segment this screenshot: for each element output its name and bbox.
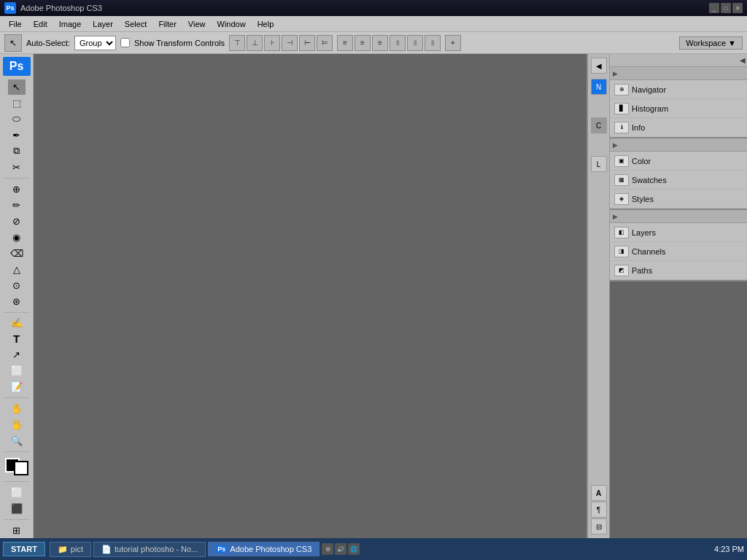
shape-tool[interactable]: ⬜ xyxy=(8,363,26,378)
auto-align-btn[interactable]: ⌖ xyxy=(445,35,461,51)
info-icon: ℹ xyxy=(614,122,629,133)
navigator-icon-btn[interactable]: N xyxy=(591,79,607,95)
menu-view[interactable]: View xyxy=(182,18,212,30)
taskbar: START 📁 pict 📄 tutorial photosho - No...… xyxy=(0,538,747,560)
panel-icon-col: ◀ N C L A ¶ ⊟ xyxy=(588,54,610,538)
tutorial-icon: 📄 xyxy=(101,545,112,554)
workspace-button[interactable]: Workspace ▼ xyxy=(679,36,743,50)
layers-icon: ◧ xyxy=(614,227,629,238)
healing-tool[interactable]: ⊕ xyxy=(8,182,26,197)
swatches-row[interactable]: ▦ Swatches xyxy=(610,171,747,190)
layers-row[interactable]: ◧ Layers xyxy=(610,223,747,242)
channels-row[interactable]: ◨ Channels xyxy=(610,242,747,261)
layers-icon-btn[interactable]: L xyxy=(591,156,607,172)
taskbar-tutorial[interactable]: 📄 tutorial photosho - No... xyxy=(93,542,206,557)
styles-row[interactable]: ◈ Styles xyxy=(610,190,747,209)
sys-icon-3: 🌐 xyxy=(348,543,360,555)
dist-top-btn[interactable]: ≡ xyxy=(337,35,353,51)
dist-vcenter-btn[interactable]: ≡ xyxy=(355,35,371,51)
dodge-tool[interactable]: ⊛ xyxy=(8,294,26,309)
lasso-tool[interactable]: ⬭ xyxy=(8,112,26,127)
show-transform-checkbox[interactable] xyxy=(120,38,130,47)
align-right-btn[interactable]: ⊨ xyxy=(317,35,333,51)
taskbar-pict[interactable]: 📁 pict xyxy=(50,542,91,557)
menu-file[interactable]: File xyxy=(3,18,28,30)
menu-select[interactable]: Select xyxy=(119,18,153,30)
eraser-tool[interactable]: ⌫ xyxy=(8,246,26,261)
history-tool[interactable]: ◉ xyxy=(8,230,26,245)
panel-main-col: ◀ ▶ ⊕ Navigator ▊ Histogram ℹ Info xyxy=(610,54,747,538)
tool-separator-6 xyxy=(4,519,30,520)
standard-mode[interactable]: ⬜ xyxy=(8,485,26,500)
tool-separator-5 xyxy=(4,481,30,482)
dist-right-btn[interactable]: ⦀ xyxy=(425,35,441,51)
slice-tool[interactable]: ✂ xyxy=(8,160,26,175)
minimize-btn[interactable]: _ xyxy=(709,3,719,13)
menu-layer[interactable]: Layer xyxy=(87,18,119,30)
section1-arrow: ▶ xyxy=(613,70,618,77)
taskbar-clock: 4:23 PM xyxy=(714,545,744,553)
menu-edit[interactable]: Edit xyxy=(28,18,53,30)
zoom-tool[interactable]: 🔍 xyxy=(8,433,26,448)
hand-tool[interactable]: 🖐 xyxy=(8,417,26,432)
align-vcenter-btn[interactable]: ⊥ xyxy=(247,35,263,51)
screen-mode[interactable]: ⊞ xyxy=(8,523,26,538)
paths-row[interactable]: ◩ Paths xyxy=(610,261,747,280)
brush-tool[interactable]: ✏ xyxy=(8,198,26,213)
panel-section-3-header[interactable]: ▶ xyxy=(610,210,747,223)
autoselect-dropdown[interactable]: Group Layer xyxy=(74,36,116,50)
color-swatches[interactable] xyxy=(5,458,28,475)
dist-bottom-btn[interactable]: ≡ xyxy=(372,35,388,51)
quickmask-mode[interactable]: ⬛ xyxy=(8,501,26,516)
start-button[interactable]: START xyxy=(3,542,45,556)
crop-tool[interactable]: ⧉ xyxy=(8,144,26,159)
pen-tool[interactable]: ✍ xyxy=(8,315,26,330)
menu-image[interactable]: Image xyxy=(53,18,88,30)
move-tool-icon[interactable]: ↖ xyxy=(4,34,22,52)
para-icon-btn[interactable]: ¶ xyxy=(591,502,607,518)
quick-select-tool[interactable]: ✒ xyxy=(8,128,26,143)
menu-window[interactable]: Window xyxy=(212,18,252,30)
histogram-label: Histogram xyxy=(632,104,668,113)
menu-help[interactable]: Help xyxy=(252,18,280,30)
blur-tool[interactable]: ⊙ xyxy=(8,278,26,293)
close-btn[interactable]: ✕ xyxy=(732,3,743,13)
navigator-row[interactable]: ⊕ Navigator xyxy=(610,80,747,99)
dist-left-btn[interactable]: ⦀ xyxy=(390,35,406,51)
info-row[interactable]: ℹ Info xyxy=(610,118,747,137)
gradient-tool[interactable]: △ xyxy=(8,262,26,277)
panel-col-collapse[interactable]: ◀ xyxy=(740,56,746,64)
align-bottom-btn[interactable]: ⊦ xyxy=(264,35,280,51)
selection-tool[interactable]: ⬚ xyxy=(8,96,26,111)
align-top-btn[interactable]: ⊤ xyxy=(229,35,245,51)
align-hcenter-btn[interactable]: ⊢ xyxy=(299,35,315,51)
panel-col-scroll-up[interactable]: ◀ xyxy=(591,58,607,74)
panel-section-2-header[interactable]: ▶ xyxy=(610,139,747,152)
path-select-tool[interactable]: ↗ xyxy=(8,347,26,362)
move-tool[interactable]: ↖ xyxy=(8,79,26,95)
panel-extra-btn[interactable]: ⊟ xyxy=(591,518,607,534)
clone-tool[interactable]: ⊘ xyxy=(8,214,26,229)
tool-separator-3 xyxy=(4,397,30,398)
notes-tool[interactable]: 📝 xyxy=(8,379,26,394)
histogram-row[interactable]: ▊ Histogram xyxy=(610,99,747,118)
dist-hcenter-btn[interactable]: ⦀ xyxy=(407,35,423,51)
type-icon-btn[interactable]: A xyxy=(591,485,607,501)
app-title: Adobe Photoshop CS3 xyxy=(20,4,102,12)
sys-icon-1: ⚙ xyxy=(322,543,333,555)
maximize-btn[interactable]: □ xyxy=(721,3,731,13)
sys-icon-2: 🔊 xyxy=(335,543,347,555)
tool-separator-4 xyxy=(4,451,30,452)
color-row[interactable]: ▣ Color xyxy=(610,152,747,171)
tutorial-label: tutorial photosho - No... xyxy=(115,545,198,553)
menu-filter[interactable]: Filter xyxy=(152,18,182,30)
align-left-btn[interactable]: ⊣ xyxy=(282,35,298,51)
background-color[interactable] xyxy=(14,461,28,475)
panel-section-1-header[interactable]: ▶ xyxy=(610,67,747,80)
styles-label: Styles xyxy=(632,195,654,203)
text-tool[interactable]: T xyxy=(8,331,26,346)
eyedropper-tool[interactable]: ✋ xyxy=(8,401,26,416)
show-transform-label: Show Transform Controls xyxy=(134,39,225,47)
taskbar-photoshop[interactable]: Ps Adobe Photoshop CS3 xyxy=(208,542,320,556)
color-icon-btn[interactable]: C xyxy=(591,117,607,133)
